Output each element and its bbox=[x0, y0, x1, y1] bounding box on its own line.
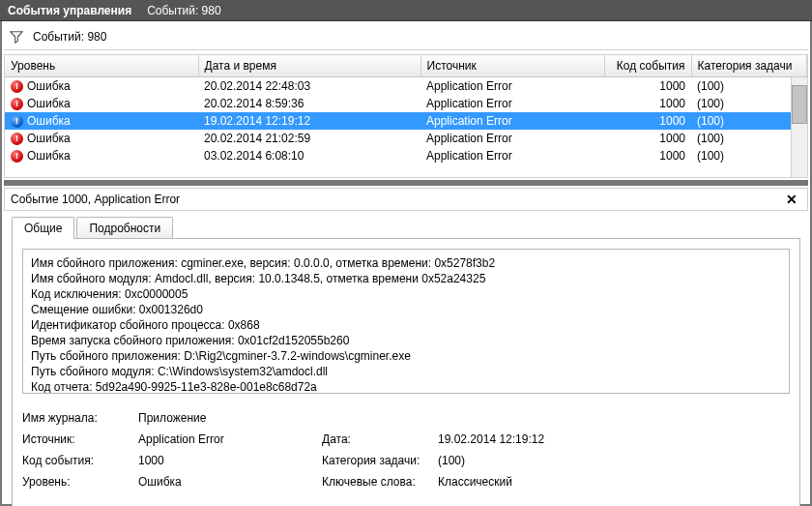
col-level[interactable]: Уровень bbox=[5, 55, 198, 77]
cell-level: Ошибка bbox=[27, 149, 71, 163]
cell-source: Application Error bbox=[420, 95, 604, 112]
cell-datetime: 20.02.2014 8:59:36 bbox=[198, 95, 420, 112]
titlebar: События управления Событий: 980 bbox=[0, 0, 812, 21]
meta-cat-value: (100) bbox=[438, 454, 622, 467]
cell-level: Ошибка bbox=[27, 132, 71, 145]
table-row[interactable]: !Ошибка20.02.2014 8:59:36Application Err… bbox=[5, 95, 807, 112]
events-table: Уровень Дата и время Источник Код событи… bbox=[4, 54, 808, 178]
cell-category: (100) bbox=[691, 130, 807, 147]
error-icon: ! bbox=[11, 115, 23, 128]
detail-header: Событие 1000, Application Error ✕ bbox=[4, 188, 808, 211]
cell-datetime: 19.02.2014 12:19:12 bbox=[198, 112, 420, 130]
cell-code: 1000 bbox=[604, 130, 691, 147]
cell-code: 1000 bbox=[604, 112, 691, 130]
description-line: Имя сбойного модуля: Amdocl.dll, версия:… bbox=[31, 271, 781, 286]
meta-code-label: Код события: bbox=[22, 454, 138, 467]
tab-strip: Общие Подробности bbox=[4, 211, 808, 239]
filter-bar: Событий: 980 bbox=[4, 23, 808, 50]
error-icon: ! bbox=[11, 133, 23, 145]
cell-category: (100) bbox=[691, 112, 807, 130]
cell-datetime: 20.02.2014 22:48:03 bbox=[198, 77, 420, 96]
cell-code: 1000 bbox=[604, 147, 691, 164]
meta-code-value: 1000 bbox=[138, 454, 322, 467]
description-line: Имя сбойного приложения: cgminer.exe, ве… bbox=[31, 255, 781, 271]
event-meta: Имя журнала: Приложение Источник: Applic… bbox=[22, 411, 790, 489]
description-line: Смещение ошибки: 0x001326d0 bbox=[31, 302, 781, 317]
meta-logname-label: Имя журнала: bbox=[22, 411, 138, 425]
cell-level: Ошибка bbox=[27, 79, 71, 93]
table-row[interactable]: !Ошибка20.02.2014 21:02:59Application Er… bbox=[5, 130, 807, 147]
table-scrollbar[interactable] bbox=[791, 77, 807, 177]
cell-level: Ошибка bbox=[27, 97, 71, 110]
cell-category: (100) bbox=[691, 147, 807, 164]
meta-level-label: Уровень: bbox=[22, 475, 138, 489]
cell-level: Ошибка bbox=[27, 114, 71, 128]
meta-kw-value: Классический bbox=[438, 475, 622, 489]
window-event-count: Событий: 980 bbox=[147, 0, 220, 20]
error-icon: ! bbox=[11, 98, 23, 110]
error-icon: ! bbox=[11, 80, 23, 93]
meta-source-value: Application Error bbox=[138, 432, 322, 446]
close-icon[interactable]: ✕ bbox=[782, 192, 801, 207]
description-line: Идентификатор сбойного процесса: 0x868 bbox=[31, 317, 781, 333]
error-icon: ! bbox=[11, 150, 23, 163]
col-code[interactable]: Код события bbox=[604, 55, 691, 77]
description-line: Путь сбойного приложения: D:\Rig2\cgmine… bbox=[31, 348, 781, 364]
description-line: Код исключения: 0xc0000005 bbox=[31, 286, 781, 302]
cell-source: Application Error bbox=[420, 147, 604, 164]
table-row[interactable]: !Ошибка20.02.2014 22:48:03Application Er… bbox=[5, 77, 807, 96]
col-datetime[interactable]: Дата и время bbox=[198, 55, 420, 77]
meta-logname-value: Приложение bbox=[138, 411, 322, 425]
description-line: Путь сбойного модуля: C:\Windows\system3… bbox=[31, 364, 781, 379]
tab-panel-general: Имя сбойного приложения: cgminer.exe, ве… bbox=[12, 238, 800, 506]
window-title: События управления bbox=[8, 0, 131, 20]
cell-code: 1000 bbox=[604, 95, 691, 112]
description-box[interactable]: Имя сбойного приложения: cgminer.exe, ве… bbox=[22, 249, 790, 394]
meta-date-value: 19.02.2014 12:19:12 bbox=[438, 432, 622, 446]
cell-code: 1000 bbox=[604, 77, 691, 96]
cell-source: Application Error bbox=[420, 130, 604, 147]
meta-kw-label: Ключевые слова: bbox=[322, 475, 438, 489]
detail-title: Событие 1000, Application Error bbox=[11, 193, 180, 206]
cell-category: (100) bbox=[691, 95, 807, 112]
cell-datetime: 03.02.2014 6:08:10 bbox=[198, 147, 420, 164]
table-row[interactable]: !Ошибка03.02.2014 6:08:10Application Err… bbox=[5, 147, 807, 164]
cell-source: Application Error bbox=[420, 77, 604, 96]
description-line: Код отчета: 5d92a490-9925-11e3-828e-001e… bbox=[31, 379, 781, 394]
table-header-row: Уровень Дата и время Источник Код событи… bbox=[5, 55, 807, 77]
meta-level-value: Ошибка bbox=[138, 475, 322, 489]
meta-cat-label: Категория задачи: bbox=[322, 454, 438, 467]
tab-general[interactable]: Общие bbox=[12, 217, 74, 239]
col-category[interactable]: Категория задачи bbox=[691, 55, 807, 77]
filter-icon[interactable] bbox=[10, 30, 23, 44]
table-row[interactable]: !Ошибка19.02.2014 12:19:12Application Er… bbox=[5, 112, 807, 130]
tab-details[interactable]: Подробности bbox=[76, 217, 173, 239]
filter-count: Событий: 980 bbox=[33, 30, 106, 44]
meta-source-label: Источник: bbox=[22, 432, 138, 446]
description-line: Время запуска сбойного приложения: 0x01c… bbox=[31, 333, 781, 348]
cell-datetime: 20.02.2014 21:02:59 bbox=[198, 130, 420, 147]
col-source[interactable]: Источник bbox=[420, 55, 604, 77]
cell-source: Application Error bbox=[420, 112, 604, 130]
meta-date-label: Дата: bbox=[322, 432, 438, 446]
cell-category: (100) bbox=[691, 77, 807, 96]
splitter[interactable] bbox=[4, 180, 808, 186]
